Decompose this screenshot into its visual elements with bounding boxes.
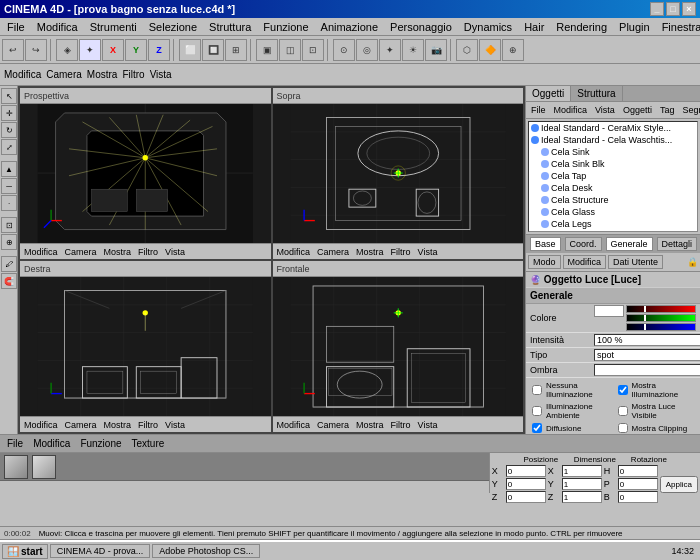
viewport-right[interactable]: Destra <box>19 260 272 433</box>
attr-ombra-input[interactable] <box>594 364 700 376</box>
menu-funzione[interactable]: Funzione <box>258 20 313 34</box>
obj-item[interactable]: Ideal Standard - Cela Waschtis... <box>529 134 697 146</box>
attr-tab-base[interactable]: Base <box>530 237 561 251</box>
coord-dim-x-input[interactable] <box>562 465 602 477</box>
lt-edge[interactable]: ─ <box>1 178 17 194</box>
attr-mode-btn[interactable]: Modo <box>528 255 561 269</box>
primitive2-button[interactable]: 🔶 <box>479 39 501 61</box>
attr-color-swatch[interactable] <box>594 305 624 317</box>
coord-pos-y-input[interactable] <box>506 478 546 490</box>
save-button[interactable]: ⊞ <box>225 39 247 61</box>
menu-plugin[interactable]: Plugin <box>614 20 655 34</box>
tb2-camera[interactable]: Camera <box>44 69 84 80</box>
channel-r-bar[interactable] <box>626 305 696 313</box>
cb-mostra-clipping[interactable] <box>618 423 628 433</box>
lt-rotate[interactable]: ↻ <box>1 122 17 138</box>
render-settings-button[interactable]: ⊡ <box>302 39 324 61</box>
attr-tab-dettagli[interactable]: Dettagli <box>657 237 698 251</box>
camera-button[interactable]: 📷 <box>425 39 447 61</box>
select-button[interactable]: ◈ <box>56 39 78 61</box>
vp-bl-camera[interactable]: Camera <box>63 420 99 430</box>
lt-snap[interactable]: ⊡ <box>1 217 17 233</box>
tb2-mostra[interactable]: Mostra <box>85 69 120 80</box>
primitive1-button[interactable]: ⬡ <box>456 39 478 61</box>
lt-polygon[interactable]: ▲ <box>1 161 17 177</box>
tool2-button[interactable]: ◎ <box>356 39 378 61</box>
menu-personaggio[interactable]: Personaggio <box>385 20 457 34</box>
vp-tl-camera[interactable]: Camera <box>63 247 99 257</box>
rm-segnalibro[interactable]: Segnalibro <box>679 104 700 116</box>
menu-finestra[interactable]: Finestra <box>657 20 700 34</box>
menu-rendering[interactable]: Rendering <box>551 20 612 34</box>
rm-tag[interactable]: Tag <box>657 104 678 116</box>
rm-file[interactable]: File <box>528 104 549 116</box>
mat-funzione[interactable]: Funzione <box>77 437 124 450</box>
vp-bl-modifica[interactable]: Modifica <box>22 420 60 430</box>
new-scene-button[interactable]: ⬜ <box>179 39 201 61</box>
vp-br-filtro[interactable]: Filtro <box>389 420 413 430</box>
obj-item[interactable]: Cela Sp <box>539 230 697 232</box>
lt-magnet[interactable]: 🧲 <box>1 273 17 289</box>
deformer-button[interactable]: ⊕ <box>502 39 524 61</box>
obj-item[interactable]: Cela Structure <box>539 194 697 206</box>
lt-scale[interactable]: ⤢ <box>1 139 17 155</box>
vp-tr-modifica[interactable]: Modifica <box>275 247 313 257</box>
attr-dati-btn[interactable]: Dati Utente <box>608 255 663 269</box>
tool3-button[interactable]: ✦ <box>379 39 401 61</box>
obj-item[interactable]: Cela Desk <box>539 182 697 194</box>
coord-pos-x-input[interactable] <box>506 465 546 477</box>
attr-tipo-input[interactable] <box>594 349 700 361</box>
cb-nessuna-illuminazione[interactable] <box>532 385 542 395</box>
tb2-filtro[interactable]: Filtro <box>120 69 146 80</box>
vp-br-modifica[interactable]: Modifica <box>275 420 313 430</box>
vp-tl-modifica[interactable]: Modifica <box>22 247 60 257</box>
attr-tab-generale[interactable]: Generale <box>606 237 653 251</box>
viewport-perspective[interactable]: Prospettiva <box>19 87 272 260</box>
taskbar-cinema4d[interactable]: CINEMA 4D - prova... <box>50 544 151 558</box>
mat-item-1[interactable] <box>4 455 28 479</box>
obj-item[interactable]: Cela Sink Blk <box>539 158 697 170</box>
render-button[interactable]: ◫ <box>279 39 301 61</box>
coord-pos-z-input[interactable] <box>506 491 546 503</box>
mat-item-2[interactable] <box>32 455 56 479</box>
cb-luce-visibile[interactable] <box>618 406 628 416</box>
rm-vista[interactable]: Vista <box>592 104 618 116</box>
vp-tr-camera[interactable]: Camera <box>315 247 351 257</box>
coord-dim-z-input[interactable] <box>562 491 602 503</box>
attr-tab-coord[interactable]: Coord. <box>565 237 602 251</box>
vp-bl-mostra[interactable]: Mostra <box>102 420 134 430</box>
undo-button[interactable]: ↩ <box>2 39 24 61</box>
render-view-button[interactable]: ▣ <box>256 39 278 61</box>
lt-axis[interactable]: ⊕ <box>1 234 17 250</box>
obj-item[interactable]: Cela Legs <box>539 218 697 230</box>
menu-modifica[interactable]: Modifica <box>32 20 83 34</box>
window-controls[interactable]: _ □ × <box>650 2 696 16</box>
rm-modifica[interactable]: Modifica <box>551 104 591 116</box>
close-button[interactable]: × <box>682 2 696 16</box>
redo-button[interactable]: ↪ <box>25 39 47 61</box>
lt-move[interactable]: ✛ <box>1 105 17 121</box>
menu-animazione[interactable]: Animazione <box>316 20 383 34</box>
vp-tl-vista[interactable]: Vista <box>163 247 187 257</box>
coord-rot-p-input[interactable] <box>618 478 658 490</box>
tab-oggetti[interactable]: Oggetti <box>526 86 571 101</box>
vp-br-vista[interactable]: Vista <box>416 420 440 430</box>
tool1-button[interactable]: ⊙ <box>333 39 355 61</box>
axis-x-button[interactable]: X <box>102 39 124 61</box>
viewport-front[interactable]: Frontale <box>272 260 525 433</box>
mat-file[interactable]: File <box>4 437 26 450</box>
cb-illuminazione-ambiente[interactable] <box>532 406 542 416</box>
vp-tr-vista[interactable]: Vista <box>416 247 440 257</box>
lt-select[interactable]: ↖ <box>1 88 17 104</box>
minimize-button[interactable]: _ <box>650 2 664 16</box>
rm-oggetti[interactable]: Oggetti <box>620 104 655 116</box>
lt-point[interactable]: · <box>1 195 17 211</box>
object-list[interactable]: Ideal Standard - CeraMix Style... Ideal … <box>528 121 698 232</box>
menu-struttura[interactable]: Struttura <box>204 20 256 34</box>
coord-rot-h-input[interactable] <box>618 465 658 477</box>
vp-tl-mostra[interactable]: Mostra <box>102 247 134 257</box>
lt-paint[interactable]: 🖊 <box>1 256 17 272</box>
open-button[interactable]: 🔲 <box>202 39 224 61</box>
coord-dim-y-input[interactable] <box>562 478 602 490</box>
viewport-top[interactable]: Sopra <box>272 87 525 260</box>
